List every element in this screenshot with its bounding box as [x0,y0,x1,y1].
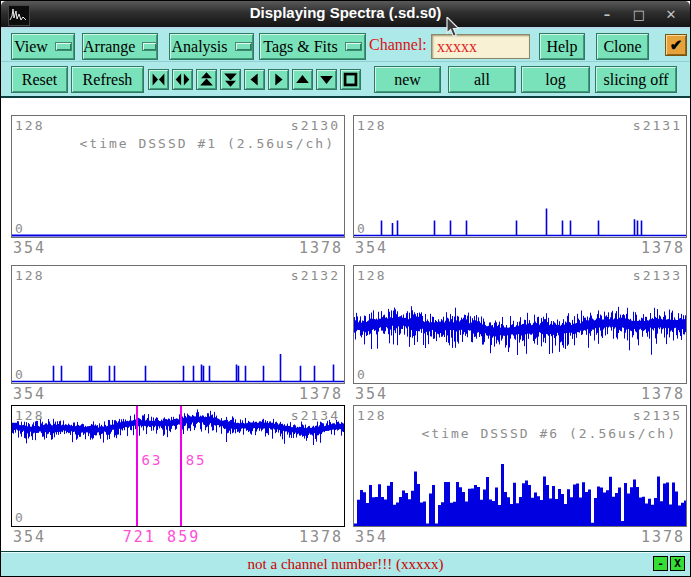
reset-button[interactable]: Reset [11,66,68,93]
x-axis-labels: 3541378 [11,385,345,403]
up-arrow-button[interactable] [292,69,313,90]
channel-label: Channel: [369,36,427,54]
x-min-label: 354 [355,239,388,257]
menu-view-label: View [14,38,48,56]
shrink-x-icon [149,70,168,89]
spectrum-plot [354,406,686,526]
help-label: Help [546,38,577,56]
x-max-label: 1378 [299,239,343,257]
all-label: all [474,71,490,89]
x-axis-labels: 3541378721859 [11,528,345,546]
spectrum-panel-s2130[interactable]: 128s2130<time DSSSD #1 (2.56us/ch)0 [11,115,345,238]
cursor-marker-line[interactable] [136,406,138,526]
maximize-button[interactable]: □ [630,7,648,22]
checkmark-icon: ✔ [670,36,683,54]
spectrum-plot [354,116,686,237]
menubar: View Arrange Analysis Tags & Fits Channe… [1,29,690,62]
clone-button[interactable]: Clone [596,33,649,60]
expand-x-button[interactable] [172,69,193,90]
x-min-label: 354 [13,528,46,546]
menu-tags-fits-label: Tags & Fits [263,38,337,56]
help-button[interactable]: Help [539,33,585,60]
x-min-label: 354 [355,385,388,403]
window-title: Displaying Spectra (.sd.s0) [1,4,690,21]
channel-input[interactable] [431,34,530,59]
shrink-x-button[interactable] [148,69,169,90]
all-button[interactable]: all [448,66,516,93]
menu-analysis-label: Analysis [172,38,228,56]
close-button[interactable]: ✕ [662,7,680,22]
toolbar: Reset Refresh new all log slicing off [1,62,690,98]
spectrum-panel-s2131[interactable]: 128s21310 [353,115,687,238]
double-up-icon [197,70,216,89]
refresh-button[interactable]: Refresh [71,66,144,93]
x-min-label: 354 [13,239,46,257]
spectrum-plot [12,116,344,237]
spectra-area: 128s2130<time DSSSD #1 (2.56us/ch)035413… [1,98,690,551]
spectrum-plot [12,406,344,526]
titlebar[interactable]: Displaying Spectra (.sd.s0) –□✕ [1,1,690,29]
right-arrow-button[interactable] [268,69,289,90]
log-label: log [545,71,565,89]
x-max-label: 1378 [641,239,685,257]
double-down-icon [221,70,240,89]
spectrum-panel-s2132[interactable]: 128s21320 [11,265,345,384]
x-axis-labels: 3541378 [353,385,687,403]
app-window: Displaying Spectra (.sd.s0) –□✕ View Arr… [0,0,691,577]
x-max-label: 1378 [641,528,685,546]
x-min-label: 354 [13,385,46,403]
x-axis-labels: 3541378 [11,239,345,257]
toolbar-checkbox[interactable]: ✔ [665,34,687,56]
reset-label: Reset [22,71,58,89]
left-arrow-icon [245,70,264,89]
down-arrow-icon [317,70,336,89]
menu-tags-fits[interactable]: Tags & Fits [259,33,366,60]
status-minimize-button[interactable]: - [653,556,668,571]
menu-arrange[interactable]: Arrange [82,33,158,60]
window-controls: –□✕ [598,1,680,27]
up-arrow-icon [293,70,312,89]
x-max-label: 1378 [641,385,685,403]
menu-analysis[interactable]: Analysis [169,33,254,60]
marker-count-label: 63 [142,452,163,468]
x-max-label: 1378 [299,385,343,403]
menu-indicator-icon [345,42,362,51]
cursor-marker-line[interactable] [180,406,182,526]
statusbar-buttons: -X [653,556,685,571]
spectrum-panel-s2134[interactable]: 128s213406385 [11,405,345,527]
double-up-button[interactable] [196,69,217,90]
log-button[interactable]: log [521,66,590,93]
slicing-off-label: slicing off [603,71,668,89]
square-icon [341,70,360,89]
spectrum-panel-s2135[interactable]: 128s2135<time DSSSD #6 (2.56us/ch)0 [353,405,687,527]
expand-x-icon [173,70,192,89]
menu-arrange-label: Arrange [83,38,135,56]
refresh-label: Refresh [83,71,133,89]
x-min-label: 354 [355,528,388,546]
new-label: new [394,71,421,89]
menu-indicator-icon [235,42,252,51]
marker-count-label: 85 [186,452,207,468]
menu-indicator-icon [55,42,72,51]
clone-label: Clone [603,38,641,56]
minimize-button[interactable]: – [598,7,616,22]
spectrum-panel-s2133[interactable]: 128s21330 [353,265,687,384]
slicing-off-button[interactable]: slicing off [595,66,677,93]
spectrum-plot [354,266,686,383]
status-close-button[interactable]: X [670,556,685,571]
marker-channel-label: 859 [167,528,200,546]
x-max-label: 1378 [299,528,343,546]
new-button[interactable]: new [374,66,441,93]
x-axis-labels: 3541378 [353,239,687,257]
left-arrow-button[interactable] [244,69,265,90]
status-message: not a channel number!!! (xxxxx) [1,556,690,573]
statusbar: not a channel number!!! (xxxxx) -X [1,551,690,577]
square-button[interactable] [340,69,361,90]
menu-indicator-icon [142,42,157,51]
menu-view[interactable]: View [11,33,75,60]
right-arrow-icon [269,70,288,89]
double-down-button[interactable] [220,69,241,90]
spectrum-plot [12,266,344,383]
marker-channel-label: 721 [123,528,156,546]
down-arrow-button[interactable] [316,69,337,90]
